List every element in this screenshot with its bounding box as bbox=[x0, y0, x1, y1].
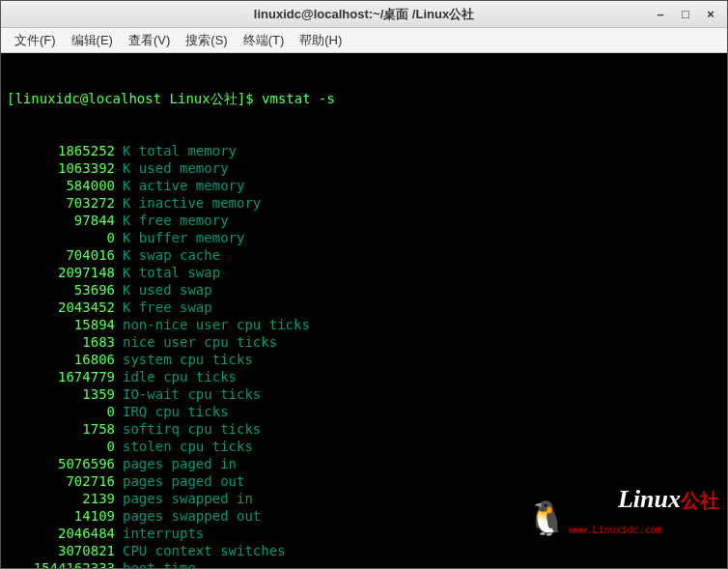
stat-value: 0 bbox=[7, 229, 115, 246]
stat-row: 702716pages paged out bbox=[7, 472, 721, 490]
stat-desc: nice user cpu ticks bbox=[115, 333, 277, 351]
stat-row: 2046484interrupts bbox=[7, 525, 721, 542]
stat-row: 1758softirq cpu ticks bbox=[7, 420, 721, 438]
stat-value: 584000 bbox=[7, 177, 115, 194]
terminal-area[interactable]: [linuxidc@localhost Linux公社]$ vmstat -s … bbox=[1, 53, 727, 568]
stat-value: 703272 bbox=[7, 194, 115, 212]
stat-desc: stolen cpu ticks bbox=[115, 438, 253, 455]
stat-desc: K free memory bbox=[115, 212, 229, 229]
stat-desc: K free swap bbox=[115, 299, 212, 316]
stat-value: 1865252 bbox=[7, 142, 115, 159]
stat-desc: system cpu ticks bbox=[115, 351, 253, 368]
stat-value: 0 bbox=[7, 403, 115, 420]
minimize-button[interactable]: – bbox=[654, 8, 667, 21]
stat-desc: CPU context switches bbox=[115, 542, 286, 559]
stat-row: 16806system cpu ticks bbox=[7, 351, 721, 368]
stat-desc: idle cpu ticks bbox=[115, 368, 237, 385]
stat-value: 1544162333 bbox=[7, 559, 115, 568]
stat-row: 1865252K total memory bbox=[7, 142, 721, 159]
stat-row: 2139pages swapped in bbox=[7, 490, 721, 507]
window-title: linuxidc@localhost:~/桌面 /Linux公社 bbox=[7, 6, 721, 23]
stat-row: 97844K free memory bbox=[7, 212, 721, 229]
stat-value: 702716 bbox=[7, 472, 115, 490]
stat-desc: IRQ cpu ticks bbox=[115, 403, 229, 420]
stat-value: 97844 bbox=[7, 212, 115, 229]
stat-desc: pages swapped out bbox=[115, 507, 261, 525]
stat-row: 2043452K free swap bbox=[7, 299, 721, 316]
stat-value: 2097148 bbox=[7, 264, 115, 281]
stat-desc: K swap cache bbox=[115, 246, 220, 264]
stat-value: 3070821 bbox=[7, 542, 115, 559]
stat-value: 1674779 bbox=[7, 368, 115, 385]
stat-row: 1683nice user cpu ticks bbox=[7, 333, 721, 351]
stat-desc: K used memory bbox=[115, 159, 229, 177]
close-button[interactable]: × bbox=[704, 8, 717, 21]
stat-row: 0IRQ cpu ticks bbox=[7, 403, 721, 420]
menubar: 文件(F) 编辑(E) 查看(V) 搜索(S) 终端(T) 帮助(H) bbox=[1, 28, 727, 53]
window-titlebar: linuxidc@localhost:~/桌面 /Linux公社 – □ × bbox=[1, 1, 727, 28]
stat-value: 2043452 bbox=[7, 299, 115, 316]
stat-desc: boot time bbox=[115, 559, 196, 568]
stat-value: 53696 bbox=[7, 281, 115, 299]
stat-row: 0stolen cpu ticks bbox=[7, 438, 721, 455]
stat-desc: K total swap bbox=[115, 264, 220, 281]
prompt-line-1: [linuxidc@localhost Linux公社]$ vmstat -s bbox=[7, 90, 721, 107]
stat-desc: pages paged in bbox=[115, 455, 237, 472]
stat-value: 2139 bbox=[7, 490, 115, 507]
stat-value: 1359 bbox=[7, 385, 115, 403]
stat-row: 1063392K used memory bbox=[7, 159, 721, 177]
stat-value: 1063392 bbox=[7, 159, 115, 177]
maximize-button[interactable]: □ bbox=[679, 8, 692, 21]
stat-row: 1674779idle cpu ticks bbox=[7, 368, 721, 385]
stat-value: 1683 bbox=[7, 333, 115, 351]
stat-row: 704016K swap cache bbox=[7, 246, 721, 264]
stat-value: 0 bbox=[7, 438, 115, 455]
stat-desc: interrupts bbox=[115, 525, 204, 542]
menu-edit[interactable]: 编辑(E) bbox=[64, 30, 121, 51]
stat-value: 15894 bbox=[7, 316, 115, 333]
stat-row: 0K buffer memory bbox=[7, 229, 721, 246]
menu-view[interactable]: 查看(V) bbox=[121, 30, 178, 51]
stat-value: 1758 bbox=[7, 420, 115, 438]
vmstat-output: 1865252K total memory1063392K used memor… bbox=[7, 142, 721, 568]
menu-search[interactable]: 搜索(S) bbox=[178, 30, 235, 51]
stat-desc: pages paged out bbox=[115, 472, 244, 490]
stat-row: 14109pages swapped out bbox=[7, 507, 721, 525]
window-controls: – □ × bbox=[654, 8, 717, 21]
stat-row: 15894non-nice user cpu ticks bbox=[7, 316, 721, 333]
stat-row: 584000K active memory bbox=[7, 177, 721, 194]
stat-desc: K buffer memory bbox=[115, 229, 244, 246]
stat-row: 5076596pages paged in bbox=[7, 455, 721, 472]
stat-row: 703272K inactive memory bbox=[7, 194, 721, 212]
stat-row: 1359IO-wait cpu ticks bbox=[7, 385, 721, 403]
stat-value: 16806 bbox=[7, 351, 115, 368]
stat-desc: non-nice user cpu ticks bbox=[115, 316, 310, 333]
stat-row: 3070821CPU context switches bbox=[7, 542, 721, 559]
stat-row: 53696K used swap bbox=[7, 281, 721, 299]
stat-value: 2046484 bbox=[7, 525, 115, 542]
stat-desc: pages swapped in bbox=[115, 490, 253, 507]
stat-row: 2097148K total swap bbox=[7, 264, 721, 281]
stat-desc: softirq cpu ticks bbox=[115, 420, 261, 438]
stat-desc: K total memory bbox=[115, 142, 237, 159]
stat-desc: K inactive memory bbox=[115, 194, 261, 212]
stat-value: 5076596 bbox=[7, 455, 115, 472]
stat-value: 14109 bbox=[7, 507, 115, 525]
command-text: vmstat -s bbox=[262, 91, 335, 106]
stat-desc: K active memory bbox=[115, 177, 244, 194]
stat-desc: IO-wait cpu ticks bbox=[115, 385, 261, 403]
stat-value: 704016 bbox=[7, 246, 115, 264]
stat-desc: K used swap bbox=[115, 281, 212, 299]
stat-row: 1544162333boot time bbox=[7, 559, 721, 568]
menu-help[interactable]: 帮助(H) bbox=[292, 30, 350, 51]
menu-terminal[interactable]: 终端(T) bbox=[236, 30, 293, 51]
menu-file[interactable]: 文件(F) bbox=[7, 30, 64, 51]
